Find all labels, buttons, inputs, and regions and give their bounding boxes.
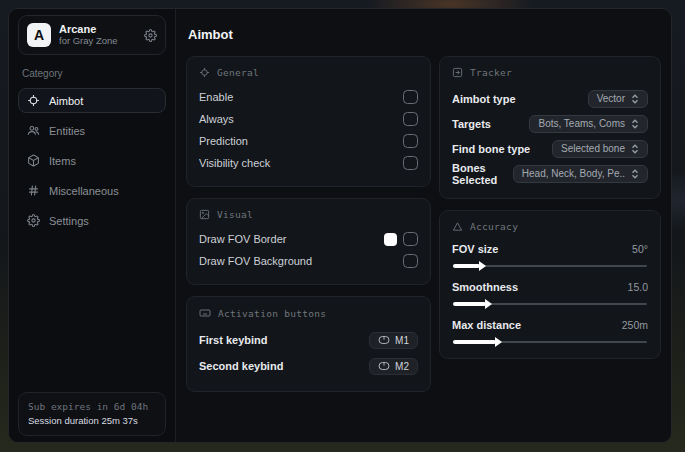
always-checkbox[interactable] [403,112,418,126]
sidebar-item-settings[interactable]: Settings [18,208,166,233]
setting-label: Targets [452,118,491,130]
slider-value: 50° [632,243,648,255]
sidebar-nav: Aimbot Entities Items [18,88,166,233]
sidebar-item-label: Miscellaneous [49,185,119,197]
session-duration-text: Session duration 25m 37s [28,414,156,428]
first-keybind-button[interactable]: M1 [369,332,418,349]
triangle-icon [452,221,463,232]
game-background: A Arcane for Gray Zone Category Aimbot [0,0,685,452]
setting-label: Find bone type [452,143,530,155]
sidebar-item-miscellaneous[interactable]: Miscellaneous [18,178,166,203]
sidebar-item-items[interactable]: Items [18,148,166,173]
entities-icon [27,124,40,137]
slider-label: FOV size [452,243,498,255]
gear-icon[interactable] [144,29,157,42]
sidebar-item-label: Settings [49,215,89,227]
setting-row: Always [199,108,418,130]
app-name: Arcane [59,23,136,36]
mouse-icon [378,361,390,371]
find-bone-type-select[interactable]: Selected bone [552,140,648,158]
items-icon [27,154,40,167]
slider-label: Smoothness [452,281,518,293]
enable-checkbox[interactable] [403,90,418,104]
slider-thumb[interactable] [479,261,486,271]
visual-card: Visual Draw FOV Border Draw FOV Backgrou… [186,198,431,285]
chevron-up-down-icon [631,169,639,179]
prediction-checkbox[interactable] [403,134,418,148]
select-value: Head, Neck, Body, Pe.. [522,168,625,179]
crosshair-icon [27,94,40,107]
fov-size-slider[interactable] [453,265,647,267]
setting-label: Aimbot type [452,93,516,105]
app-subtitle: for Gray Zone [59,36,136,47]
setting-label: Draw FOV Border [199,233,286,245]
setting-row: Targets Bots, Teams, Coms [452,111,648,136]
setting-label: Second keybind [199,360,283,372]
app-logo-card: A Arcane for Gray Zone [18,15,166,55]
slider-thumb[interactable] [485,299,492,309]
chevron-up-down-icon [631,119,639,129]
card-title: General [217,67,259,78]
select-value: Bots, Teams, Coms [538,118,625,129]
slider-value: 250m [622,319,648,331]
smoothness-slider[interactable] [453,303,647,305]
bones-selected-select[interactable]: Head, Neck, Body, Pe.. [513,165,648,183]
setting-label: Visibility check [199,157,270,169]
crosshair-icon [199,67,210,78]
keyboard-icon [199,307,211,319]
general-card: General Enable Always Prediction [186,56,431,187]
gear-icon [27,214,40,227]
slider-value: 15.0 [628,281,648,293]
draw-fov-background-checkbox[interactable] [403,254,418,268]
sidebar-item-label: Aimbot [49,95,83,107]
draw-fov-border-checkbox[interactable] [403,232,418,246]
sidebar-item-label: Items [49,155,76,167]
aimbot-type-select[interactable]: Vector [588,90,648,108]
slider-label: Max distance [452,319,521,331]
tracker-card: Tracker Aimbot type Vector [439,56,661,199]
setting-row: Enable [199,86,418,108]
app-window: A Arcane for Gray Zone Category Aimbot [8,8,672,443]
max-distance-slider[interactable] [453,341,647,343]
setting-row: Prediction [199,130,418,152]
second-keybind-button[interactable]: M2 [369,358,418,375]
targets-select[interactable]: Bots, Teams, Coms [529,115,648,133]
slider-row: Smoothness 15.0 [452,278,648,305]
category-label: Category [22,68,162,79]
setting-label: Prediction [199,135,248,147]
setting-row: Second keybind M2 [199,353,418,379]
accuracy-card: Accuracy FOV size 50° [439,210,661,359]
app-logo: A [27,23,51,47]
slider-thumb[interactable] [495,337,502,347]
scan-icon [452,67,463,78]
sidebar: A Arcane for Gray Zone Category Aimbot [9,9,176,442]
setting-label: Always [199,113,234,125]
chevron-up-down-icon [631,94,639,104]
sidebar-item-label: Entities [49,125,85,137]
setting-label: Bones Selected [452,162,513,186]
setting-row: Aimbot type Vector [452,86,648,111]
setting-label: First keybind [199,334,267,346]
card-title: Visual [217,209,253,220]
slider-row: Max distance 250m [452,316,648,343]
main-content: Aimbot General Enable [176,9,671,442]
subscription-info-card: Sub expires in 6d 04h Session duration 2… [18,392,166,437]
keybind-value: M2 [395,361,409,372]
select-value: Vector [597,93,625,104]
sub-expires-text: Sub expires in 6d 04h [28,400,156,414]
select-value: Selected bone [561,143,625,154]
card-title: Tracker [470,67,512,78]
activation-buttons-card: Activation buttons First keybind M1 [186,296,431,392]
slider-row: FOV size 50° [452,240,648,267]
setting-label: Draw FOV Background [199,255,312,267]
mouse-icon [378,335,390,345]
visibility-check-checkbox[interactable] [403,156,418,170]
keybind-value: M1 [395,335,409,346]
sidebar-item-aimbot[interactable]: Aimbot [18,88,166,113]
sidebar-item-entities[interactable]: Entities [18,118,166,143]
setting-row: First keybind M1 [199,327,418,353]
setting-row: Draw FOV Background [199,250,418,272]
fov-border-color-swatch[interactable] [384,233,397,246]
setting-row: Draw FOV Border [199,228,418,250]
image-icon [199,209,210,220]
